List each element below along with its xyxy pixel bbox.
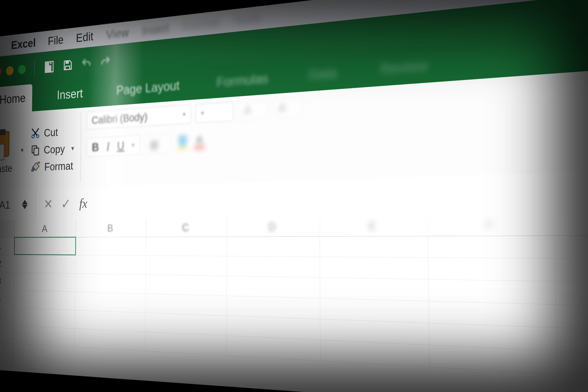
cancel-formula-icon[interactable]: ✕: [44, 196, 53, 211]
worksheet-grid: 1 2 3 4 5 6 A B C D E F: [0, 211, 588, 392]
close-window-button[interactable]: [0, 67, 2, 76]
menubar-tools[interactable]: Tools: [234, 10, 261, 28]
cell[interactable]: [14, 255, 76, 273]
cell[interactable]: [76, 237, 146, 256]
row-header[interactable]: 2: [0, 255, 14, 272]
scissors-icon: [31, 128, 40, 140]
increase-font-size-button[interactable]: A: [238, 99, 267, 120]
column-header[interactable]: D: [227, 216, 320, 237]
menubar-file[interactable]: File: [48, 32, 64, 48]
svg-rect-5: [0, 129, 6, 135]
select-all-corner[interactable]: [0, 220, 15, 237]
menubar-app-name[interactable]: Excel: [11, 36, 36, 52]
svg-rect-3: [66, 66, 70, 70]
font-family-dropdown[interactable]: Calibri (Body) ▾: [87, 104, 191, 130]
cell[interactable]: [227, 256, 320, 277]
tab-review[interactable]: Review: [371, 48, 438, 86]
save-icon[interactable]: [62, 58, 73, 72]
menubar-view[interactable]: View: [106, 25, 129, 41]
menubar-insert[interactable]: Insert: [142, 20, 169, 38]
underline-button[interactable]: U: [117, 139, 124, 153]
format-painter-button[interactable]: Format: [30, 159, 75, 174]
svg-rect-10: [34, 148, 39, 155]
zoom-window-button[interactable]: [18, 65, 25, 74]
cell[interactable]: [14, 272, 75, 292]
chevron-down-icon: ▾: [201, 110, 204, 117]
cell[interactable]: [75, 255, 146, 274]
cell[interactable]: [146, 274, 227, 296]
cut-button[interactable]: Cut: [31, 125, 75, 140]
undo-icon[interactable]: [80, 56, 92, 71]
cell[interactable]: [145, 332, 227, 355]
decrease-font-size-button[interactable]: A: [272, 96, 303, 118]
enter-formula-icon[interactable]: ✓: [61, 196, 71, 212]
cell[interactable]: [13, 326, 75, 347]
copy-menu-caret-icon[interactable]: ▼: [70, 145, 75, 152]
cell[interactable]: [429, 279, 556, 304]
cell[interactable]: [75, 274, 146, 293]
borders-button[interactable]: ▦: [144, 134, 171, 154]
cell[interactable]: [75, 310, 145, 332]
cell[interactable]: [320, 298, 429, 323]
cell[interactable]: [320, 236, 428, 257]
paste-menu-caret-icon[interactable]: ▼: [20, 147, 24, 154]
cell[interactable]: [75, 292, 146, 312]
name-box[interactable]: A1: [0, 188, 36, 220]
column-header[interactable]: E: [320, 215, 428, 236]
column-header[interactable]: C: [146, 218, 227, 237]
tab-insert[interactable]: Insert: [50, 79, 90, 110]
row-header[interactable]: 6: [0, 324, 13, 344]
font-size-dropdown[interactable]: ▾: [196, 102, 233, 123]
cell[interactable]: [320, 278, 429, 301]
paintbrush-icon: [30, 161, 40, 174]
svg-rect-11: [37, 162, 40, 164]
bold-button[interactable]: B: [92, 140, 99, 154]
fill-color-button[interactable]: 🪣: [177, 135, 188, 150]
cell[interactable]: [145, 313, 227, 335]
row-header[interactable]: 3: [0, 272, 14, 290]
tab-formulas[interactable]: Formulas: [208, 62, 277, 99]
italic-button[interactable]: I: [106, 140, 110, 153]
column-header[interactable]: B: [76, 218, 146, 237]
copy-button[interactable]: Copy ▼: [30, 142, 75, 157]
cell[interactable]: [146, 256, 227, 276]
menubar-edit[interactable]: Edit: [76, 29, 93, 45]
row-header[interactable]: 5: [0, 307, 13, 326]
menubar-format[interactable]: Format: [183, 15, 219, 33]
cell[interactable]: [75, 328, 145, 351]
fx-label[interactable]: fx: [79, 196, 87, 211]
cell[interactable]: [227, 276, 320, 298]
name-box-value: A1: [0, 198, 10, 211]
cell[interactable]: [227, 296, 320, 319]
font-color-button[interactable]: A: [194, 134, 204, 149]
copy-icon: [30, 144, 40, 156]
row-header[interactable]: 1: [0, 237, 14, 255]
cell[interactable]: [14, 237, 76, 255]
cell[interactable]: [428, 258, 556, 281]
cell[interactable]: [146, 294, 227, 316]
cell[interactable]: [13, 308, 75, 328]
cell[interactable]: [227, 236, 320, 256]
font-group: Calibri (Body) ▾ ▾ A A B I U ▾: [81, 91, 310, 187]
stepper-up-icon: [22, 200, 28, 204]
cell[interactable]: [320, 257, 429, 279]
name-box-stepper[interactable]: [22, 200, 28, 209]
paste-button[interactable]: Paste: [0, 128, 13, 175]
minimize-window-button[interactable]: [6, 66, 13, 76]
cell[interactable]: [429, 301, 556, 327]
row-header[interactable]: 4: [0, 290, 14, 308]
cell[interactable]: [146, 236, 227, 256]
cell[interactable]: [227, 316, 320, 340]
column-header[interactable]: A: [14, 220, 76, 237]
cell[interactable]: [13, 290, 75, 310]
cell[interactable]: [428, 236, 555, 258]
column-header[interactable]: F: [428, 214, 555, 236]
new-workbook-icon[interactable]: [43, 60, 55, 74]
tab-home[interactable]: Home: [0, 84, 32, 114]
chevron-down-icon[interactable]: ▾: [132, 142, 134, 148]
tab-data[interactable]: Data: [300, 56, 347, 92]
cell[interactable]: [227, 336, 320, 360]
redo-icon[interactable]: [99, 54, 112, 69]
svg-rect-2: [66, 60, 69, 64]
cells-area[interactable]: [13, 235, 588, 392]
